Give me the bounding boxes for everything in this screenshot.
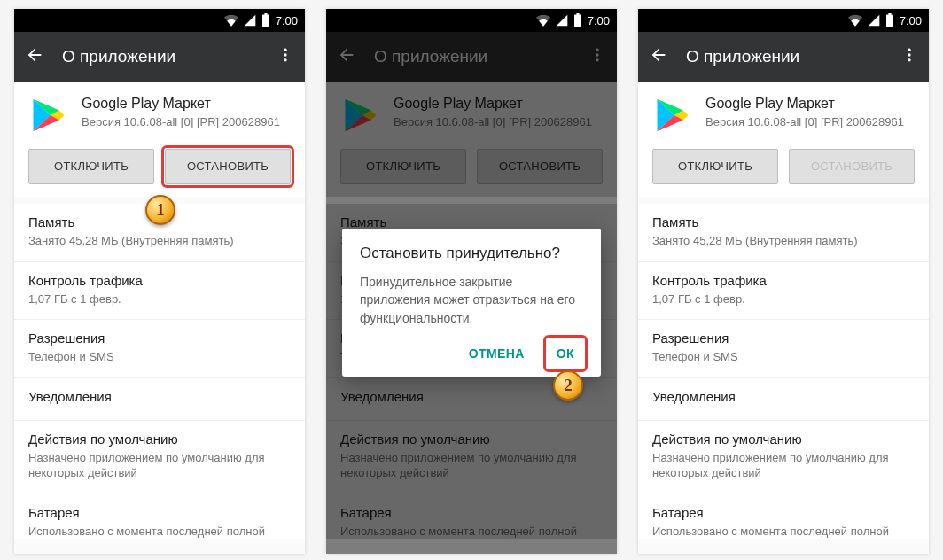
row-title: Действия по умолчанию xyxy=(652,432,915,447)
app-version: Версия 10.6.08-all [0] [PR] 200628961 xyxy=(705,115,904,128)
disable-button[interactable]: ОТКЛЮЧИТЬ xyxy=(28,149,154,184)
appbar-title: О приложении xyxy=(686,47,883,66)
row-subtitle: Назначено приложением по умолчанию для н… xyxy=(28,450,291,481)
svg-point-14 xyxy=(908,58,910,61)
row-title: Память xyxy=(652,214,915,229)
signal-icon xyxy=(244,14,256,27)
row-title: Уведомления xyxy=(652,389,915,404)
app-bar: О приложении xyxy=(638,32,929,82)
app-bar: О приложении xyxy=(14,32,305,82)
play-store-icon xyxy=(28,96,67,135)
back-icon[interactable] xyxy=(25,45,44,68)
status-time: 7:00 xyxy=(276,14,298,27)
wifi-icon xyxy=(536,14,550,27)
row-permissions[interactable]: Разрешения Телефон и SMS xyxy=(638,319,929,377)
row-subtitle: 1,07 ГБ с 1 февр. xyxy=(652,292,915,307)
screen-3: 7:00 О приложении Google Play Маркет Вер… xyxy=(638,9,929,554)
row-title: Уведомления xyxy=(28,389,291,404)
row-notifications[interactable]: Уведомления xyxy=(638,377,929,420)
status-bar: 7:00 xyxy=(638,9,929,32)
force-stop-label: ОСТАНОВИТЬ xyxy=(187,159,269,173)
row-subtitle: Занято 45,28 МБ (Внутренняя память) xyxy=(28,233,291,249)
wifi-icon xyxy=(224,14,238,27)
settings-list: Память Занято 45,28 МБ (Внутренняя памят… xyxy=(14,197,305,554)
force-stop-button-disabled: ОСТАНОВИТЬ xyxy=(789,149,915,184)
play-store-icon xyxy=(652,96,691,135)
app-name: Google Play Маркет xyxy=(705,96,904,112)
svg-rect-0 xyxy=(262,15,269,27)
app-header-card: Google Play Маркет Версия 10.6.08-all [0… xyxy=(14,82,305,197)
force-stop-dialog: Остановить принудительно? Принудительное… xyxy=(342,229,601,377)
wifi-icon xyxy=(848,14,862,27)
row-title: Разрешения xyxy=(652,331,915,346)
battery-icon xyxy=(261,13,270,27)
svg-point-12 xyxy=(908,49,910,51)
app-version: Версия 10.6.08-all [0] [PR] 200628961 xyxy=(82,115,280,128)
row-title: Контроль трафика xyxy=(652,273,915,288)
row-memory[interactable]: Память Занято 45,28 МБ (Внутренняя памят… xyxy=(638,204,929,261)
status-time: 7:00 xyxy=(588,14,610,27)
dialog-title: Остановить принудительно? xyxy=(360,245,583,262)
row-subtitle: Назначено приложением по умолчанию для н… xyxy=(652,450,915,481)
app-name: Google Play Маркет xyxy=(82,96,280,112)
signal-icon xyxy=(556,14,568,27)
row-permissions[interactable]: Разрешения Телефон и SMS xyxy=(14,319,305,377)
row-defaults[interactable]: Действия по умолчанию Назначено приложен… xyxy=(14,420,305,494)
svg-point-2 xyxy=(284,49,286,51)
row-data-usage[interactable]: Контроль трафика 1,07 ГБ с 1 февр. xyxy=(638,261,929,320)
more-icon[interactable] xyxy=(900,46,918,67)
row-subtitle: Использовано с момента последней полной xyxy=(28,524,291,540)
row-battery[interactable]: Батарея Использовано с момента последней… xyxy=(14,494,305,540)
status-bar: 7:00 xyxy=(14,9,305,32)
row-notifications[interactable]: Уведомления xyxy=(14,377,305,420)
svg-rect-1 xyxy=(264,13,267,15)
row-defaults[interactable]: Действия по умолчанию Назначено приложен… xyxy=(638,420,929,494)
svg-point-4 xyxy=(284,58,286,61)
svg-point-13 xyxy=(908,53,910,56)
battery-icon xyxy=(885,13,894,27)
status-time: 7:00 xyxy=(900,14,922,27)
svg-rect-11 xyxy=(888,13,891,15)
svg-rect-6 xyxy=(576,13,579,15)
row-title: Разрешения xyxy=(28,331,291,346)
dialog-cancel-button[interactable]: ОТМЕНА xyxy=(465,339,528,368)
row-title: Действия по умолчанию xyxy=(28,432,291,447)
row-subtitle: Телефон и SMS xyxy=(28,349,291,365)
row-battery[interactable]: Батарея Использовано с момента последней… xyxy=(638,494,929,540)
svg-point-3 xyxy=(284,53,286,56)
dialog-body: Принудительное закрытие приложения может… xyxy=(360,273,583,327)
row-subtitle: Телефон и SMS xyxy=(652,349,915,365)
row-subtitle: Занято 45,28 МБ (Внутренняя память) xyxy=(652,233,915,249)
row-title: Батарея xyxy=(652,505,915,520)
row-subtitle: 1,07 ГБ с 1 февр. xyxy=(28,292,291,307)
battery-icon xyxy=(573,13,582,27)
row-subtitle: Использовано с момента последней полной xyxy=(652,524,915,540)
back-icon[interactable] xyxy=(649,45,668,68)
appbar-title: О приложении xyxy=(62,47,259,66)
row-title: Контроль трафика xyxy=(28,273,291,288)
step-marker-2: 2 xyxy=(553,370,583,401)
step-marker-1: 1 xyxy=(145,195,175,225)
dialog-ok-label: ОК xyxy=(557,346,574,361)
svg-rect-5 xyxy=(574,15,581,27)
more-icon[interactable] xyxy=(277,46,294,67)
row-data-usage[interactable]: Контроль трафика 1,07 ГБ с 1 февр. xyxy=(14,261,305,320)
status-bar: 7:00 xyxy=(326,9,617,32)
screen-2: 7:00 О приложении Google Play Маркет Вер… xyxy=(326,9,617,554)
app-header-card: Google Play Маркет Версия 10.6.08-all [0… xyxy=(638,82,929,197)
dialog-ok-button[interactable]: ОК xyxy=(548,339,583,368)
force-stop-button[interactable]: ОСТАНОВИТЬ xyxy=(165,149,291,184)
row-title: Батарея xyxy=(28,505,291,520)
disable-button[interactable]: ОТКЛЮЧИТЬ xyxy=(652,149,778,184)
svg-rect-10 xyxy=(886,15,893,27)
signal-icon xyxy=(868,14,880,27)
settings-list: Память Занято 45,28 МБ (Внутренняя памят… xyxy=(638,197,929,554)
screen-1: 7:00 О приложении Google Play Маркет Вер… xyxy=(14,9,305,554)
